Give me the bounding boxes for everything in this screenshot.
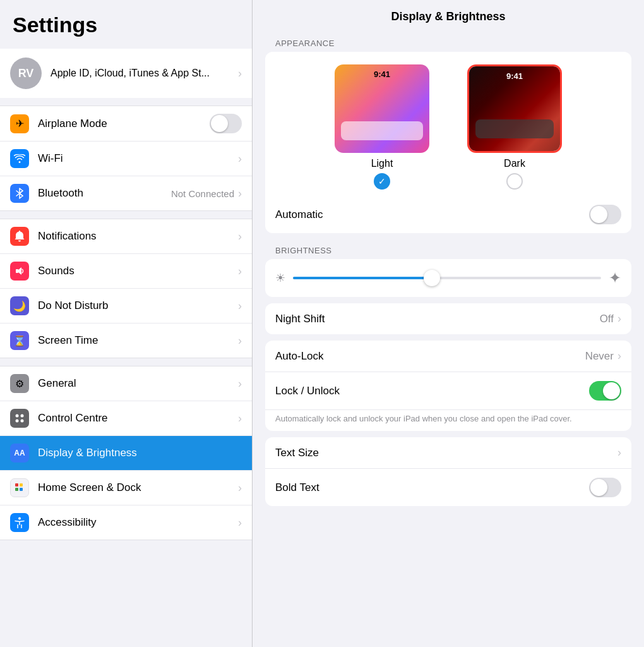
sidebar-item-label: Accessibility (38, 516, 238, 529)
svg-point-4 (21, 420, 24, 423)
light-check[interactable]: ✓ (374, 173, 390, 190)
appearance-light-option[interactable]: 9:41 Light ✓ (335, 64, 429, 190)
boldtext-row[interactable]: Bold Text (265, 469, 631, 506)
appearance-card: 9:41 Light ✓ 9:41 Dark (265, 52, 631, 233)
airplane-toggle[interactable] (210, 114, 242, 133)
brightness-fill (293, 277, 432, 279)
screentime-icon: ⌛ (10, 331, 29, 350)
sidebar-item-label: Wi-Fi (38, 152, 238, 165)
sidebar-section-display: ⚙ General › Control Centre › AA Display … (0, 366, 252, 540)
sidebar-item-airplane[interactable]: ✈ Airplane Mode (0, 106, 252, 142)
chevron-right-icon: › (238, 334, 242, 348)
gear-icon: ⚙ (10, 374, 29, 393)
sidebar-item-displaybrightness[interactable]: AA Display & Brightness (0, 436, 252, 471)
sidebar-item-donotdisturb[interactable]: 🌙 Do Not Disturb › (0, 289, 252, 324)
sun-large-icon: ✦ (609, 269, 621, 287)
lock-card: Auto-Lock Never › Lock / Unlock Automati… (265, 341, 631, 431)
svg-rect-7 (15, 488, 18, 491)
sidebar-section-connectivity: ✈ Airplane Mode Wi-Fi › (0, 106, 252, 211)
chevron-right-icon: › (238, 412, 242, 425)
sidebar-section-system: Notifications › Sounds › 🌙 Do Not Distur… (0, 219, 252, 358)
boldtext-label: Bold Text (275, 481, 589, 494)
sidebar-item-label: Do Not Disturb (38, 299, 238, 312)
svg-point-9 (18, 517, 21, 520)
chevron-right-icon: › (238, 230, 242, 243)
sidebar-item-notifications[interactable]: Notifications › (0, 219, 252, 254)
brightness-card: ☀ ✦ (265, 259, 631, 297)
wifi-icon (10, 149, 29, 168)
sidebar-item-bluetooth[interactable]: Bluetooth Not Connected › (0, 176, 252, 210)
sidebar: Settings RV Apple ID, iCloud, iTunes & A… (0, 0, 253, 647)
lockunlock-toggle[interactable] (589, 381, 621, 401)
homescreen-icon (10, 478, 29, 497)
lockunlock-row[interactable]: Lock / Unlock (265, 372, 631, 410)
sidebar-item-label: Sounds (38, 265, 238, 277)
automatic-row[interactable]: Automatic (265, 196, 631, 233)
chevron-right-icon: › (238, 299, 242, 313)
controlcentre-icon (10, 409, 29, 428)
svg-rect-6 (20, 483, 23, 487)
nightshift-row[interactable]: Night Shift Off › (265, 303, 631, 334)
appearance-dark-option[interactable]: 9:41 Dark (467, 64, 562, 190)
sidebar-item-controlcentre[interactable]: Control Centre › (0, 401, 252, 436)
chevron-right-icon: › (617, 446, 621, 459)
nightshift-label: Night Shift (275, 313, 600, 325)
automatic-toggle[interactable] (589, 205, 621, 224)
brightness-slider[interactable] (293, 277, 601, 279)
brightness-thumb[interactable] (424, 270, 440, 286)
svg-rect-8 (20, 488, 23, 491)
sun-small-icon: ☀ (275, 271, 285, 285)
chevron-right-icon: › (238, 265, 242, 278)
sidebar-item-label: Bluetooth (38, 187, 171, 200)
nightshift-value: Off (600, 313, 614, 325)
brightness-row: ☀ ✦ (265, 259, 631, 297)
dark-notification (475, 119, 554, 138)
dark-check[interactable] (506, 173, 523, 190)
airplane-icon: ✈ (10, 114, 29, 133)
automatic-label: Automatic (275, 209, 589, 221)
dark-time: 9:41 (469, 71, 560, 81)
text-card: Text Size › Bold Text (265, 437, 631, 506)
dark-preview: 9:41 (467, 64, 562, 153)
nightshift-card: Night Shift Off › (265, 303, 631, 334)
sidebar-title: Settings (0, 0, 252, 44)
light-time: 9:41 (335, 70, 429, 79)
lockunlock-label: Lock / Unlock (275, 385, 589, 397)
moon-icon: 🌙 (10, 296, 29, 315)
chevron-right-icon: › (238, 377, 242, 390)
textsize-row[interactable]: Text Size › (265, 437, 631, 469)
sidebar-item-screentime[interactable]: ⌛ Screen Time › (0, 324, 252, 358)
light-notification (341, 121, 423, 140)
chevron-right-icon: › (617, 312, 621, 325)
sidebar-item-accessibility[interactable]: Accessibility › (0, 505, 252, 540)
chevron-right-icon: › (238, 67, 242, 80)
brightness-section-label: BRIGHTNESS (265, 239, 631, 259)
svg-rect-5 (15, 483, 18, 487)
light-label: Light (371, 158, 393, 169)
sounds-icon (10, 262, 29, 281)
sidebar-item-general[interactable]: ⚙ General › (0, 366, 252, 401)
sidebar-item-label: Screen Time (38, 334, 238, 347)
account-row[interactable]: RV Apple ID, iCloud, iTunes & App St... … (0, 49, 252, 98)
bluetooth-status: Not Connected (171, 188, 234, 199)
appearance-section-label: APPEARANCE (265, 32, 631, 52)
sidebar-item-label: Airplane Mode (38, 118, 210, 130)
svg-point-2 (21, 414, 24, 418)
textsize-label: Text Size (275, 447, 617, 459)
sidebar-item-wifi[interactable]: Wi-Fi › (0, 142, 252, 176)
sidebar-item-label: Display & Brightness (38, 447, 242, 459)
chevron-right-icon: › (238, 481, 242, 495)
sidebar-item-sounds[interactable]: Sounds › (0, 254, 252, 289)
sidebar-item-homescreen[interactable]: Home Screen & Dock › (0, 471, 252, 505)
appearance-options: 9:41 Light ✓ 9:41 Dark (265, 52, 631, 196)
autolock-row[interactable]: Auto-Lock Never › (265, 341, 631, 372)
bluetooth-icon (10, 184, 29, 203)
chevron-right-icon: › (238, 187, 242, 200)
boldtext-toggle[interactable] (589, 478, 621, 497)
account-description: Apple ID, iCloud, iTunes & App St... (51, 68, 238, 79)
notifications-icon (10, 227, 29, 246)
svg-rect-0 (16, 269, 18, 273)
sidebar-item-label: Home Screen & Dock (38, 481, 238, 494)
dark-preview-bg: 9:41 (469, 66, 560, 151)
accessibility-icon (10, 513, 29, 532)
